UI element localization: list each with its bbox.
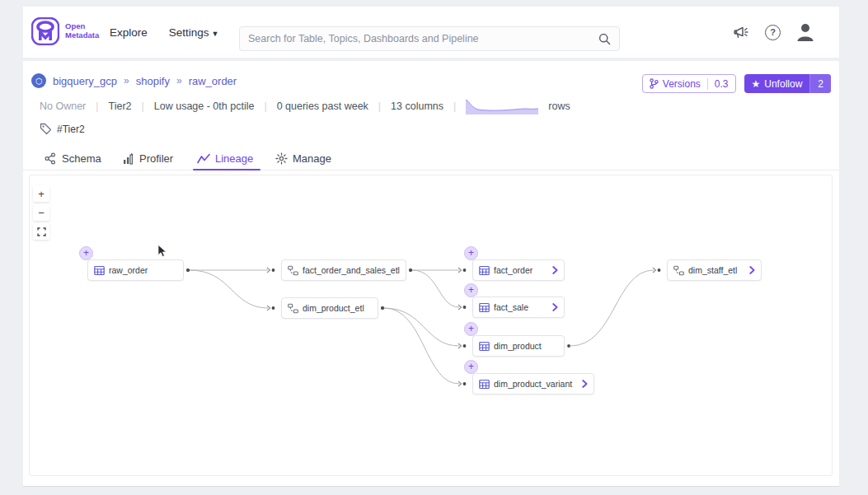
node-label: fact_order_and_sales_etl xyxy=(303,265,400,275)
search-icon[interactable] xyxy=(598,33,611,45)
version-number: 0.3 xyxy=(707,78,735,90)
lineage-node-dim_product[interactable]: dim_product xyxy=(472,335,565,357)
lineage-node-dim_product_etl[interactable]: dim_product_etl xyxy=(281,297,378,319)
entity-tabs: Schema Profiler Lineage Manage xyxy=(23,147,839,170)
user-avatar[interactable] xyxy=(795,21,816,43)
node-label: dim_product xyxy=(494,341,542,351)
follower-count[interactable]: 2 xyxy=(809,74,831,93)
lineage-node-dim_product_variant[interactable]: dim_product_variant xyxy=(472,373,594,395)
expand-chevron-icon xyxy=(552,266,558,274)
lineage-edge xyxy=(409,269,466,310)
tab-schema[interactable]: Schema xyxy=(45,147,101,170)
expand-node-button[interactable] xyxy=(749,266,755,274)
table-icon xyxy=(479,341,490,352)
breadcrumb: ⬡ bigquery_gcp » shopify » raw_order xyxy=(31,73,237,88)
logo-text: Open Metadata xyxy=(65,22,99,40)
nav-explore[interactable]: Explore xyxy=(110,26,148,39)
pipeline-icon xyxy=(673,265,684,276)
pipeline-icon xyxy=(288,303,298,314)
entity-meta: No Owner | Tier2 | Low usage - 0th pctil… xyxy=(40,98,570,114)
lineage-icon xyxy=(197,153,210,164)
add-upstream-button[interactable]: + xyxy=(464,360,478,374)
usage-label: Low usage - 0th pctile xyxy=(154,100,255,112)
breadcrumb-separator: » xyxy=(124,75,129,86)
expand-node-button[interactable] xyxy=(552,266,558,274)
help-icon[interactable]: ? xyxy=(765,25,781,40)
lineage-canvas[interactable]: + − raw_order+fact_order_and_sales_etldi… xyxy=(29,175,833,476)
pipeline-icon xyxy=(288,265,298,276)
entity-actions: Versions 0.3 ★Unfollow 2 xyxy=(642,74,831,93)
app-header: Open Metadata Explore Settings▼ ? xyxy=(23,7,839,58)
add-upstream-button[interactable]: + xyxy=(464,246,478,260)
profiler-icon xyxy=(123,152,134,165)
schema-icon xyxy=(45,152,57,165)
zoom-out-button[interactable]: − xyxy=(33,204,49,221)
lineage-node-fact_sale[interactable]: fact_sale xyxy=(472,297,565,318)
zoom-in-button[interactable]: + xyxy=(33,185,49,202)
gear-icon xyxy=(275,152,288,165)
table-icon xyxy=(479,379,490,390)
add-upstream-button[interactable]: + xyxy=(79,246,93,260)
tier-label: Tier2 xyxy=(109,100,132,112)
star-icon: ★ xyxy=(752,78,761,90)
breadcrumb-service[interactable]: bigquery_gcp xyxy=(53,75,117,87)
columns-label: 13 columns xyxy=(391,100,443,112)
table-icon xyxy=(479,302,490,313)
lineage-edge xyxy=(186,268,274,273)
breadcrumb-schema[interactable]: shopify xyxy=(136,75,170,87)
expand-node-button[interactable] xyxy=(582,380,588,388)
lineage-node-fact_order[interactable]: fact_order xyxy=(472,259,565,281)
global-search[interactable] xyxy=(239,26,620,51)
tab-lineage[interactable]: Lineage xyxy=(197,147,253,170)
expand-chevron-icon xyxy=(552,303,558,311)
expand-chevron-icon xyxy=(749,266,755,274)
unfollow-button[interactable]: ★Unfollow 2 xyxy=(744,74,831,93)
owner-label: No Owner xyxy=(40,100,86,112)
bigquery-service-icon: ⬡ xyxy=(31,73,46,88)
expand-chevron-icon xyxy=(582,380,588,388)
search-input[interactable] xyxy=(248,33,598,44)
entity-page: ⬡ bigquery_gcp » shopify » raw_order Ver… xyxy=(23,61,839,487)
lineage-node-fact_order_and_sales_etl[interactable]: fact_order_and_sales_etl xyxy=(281,259,406,281)
versions-button[interactable]: Versions 0.3 xyxy=(642,74,736,93)
active-tab-underline xyxy=(193,169,260,170)
nav-settings[interactable]: Settings▼ xyxy=(169,26,219,39)
fit-view-icon xyxy=(37,227,46,236)
rows-label: rows xyxy=(548,100,570,112)
tag-row: #Tier2 xyxy=(40,123,85,135)
add-upstream-button[interactable]: + xyxy=(464,322,478,336)
node-label: dim_product_etl xyxy=(303,303,364,313)
node-label: fact_sale xyxy=(494,302,528,312)
breadcrumb-table: raw_order xyxy=(189,75,237,87)
version-branch-icon xyxy=(650,78,659,89)
lineage-edge xyxy=(567,268,660,348)
tab-profiler[interactable]: Profiler xyxy=(123,147,173,170)
openmetadata-logo[interactable]: Open Metadata xyxy=(31,17,99,45)
add-upstream-button[interactable]: + xyxy=(464,283,478,297)
lineage-node-dim_staff_etl[interactable]: dim_staff_etl xyxy=(667,259,762,281)
lineage-edge xyxy=(381,306,466,348)
node-label: raw_order xyxy=(109,265,148,275)
chevron-down-icon: ▼ xyxy=(212,30,219,38)
expand-node-button[interactable] xyxy=(552,303,558,311)
tab-profiler-label: Profiler xyxy=(139,152,173,165)
lineage-node-raw_order[interactable]: raw_order xyxy=(87,259,184,281)
whats-new-icon[interactable] xyxy=(734,25,751,40)
table-icon xyxy=(479,265,490,276)
breadcrumb-separator: » xyxy=(176,75,182,86)
versions-label: Versions xyxy=(663,78,701,90)
tab-manage[interactable]: Manage xyxy=(275,147,331,170)
tag-icon xyxy=(40,123,52,135)
tag-tier2[interactable]: #Tier2 xyxy=(57,124,85,135)
lineage-edges xyxy=(30,175,832,475)
tab-lineage-label: Lineage xyxy=(215,152,253,165)
node-label: dim_product_variant xyxy=(494,379,572,389)
openmetadata-logo-icon xyxy=(31,17,59,45)
lineage-edge xyxy=(409,268,466,273)
node-label: dim_staff_etl xyxy=(688,265,737,275)
mouse-cursor xyxy=(157,245,167,258)
header-icons: ? xyxy=(734,7,816,58)
lineage-zoom-controls: + − xyxy=(33,185,49,240)
fit-view-button[interactable] xyxy=(33,223,49,240)
lineage-edge xyxy=(381,306,466,386)
